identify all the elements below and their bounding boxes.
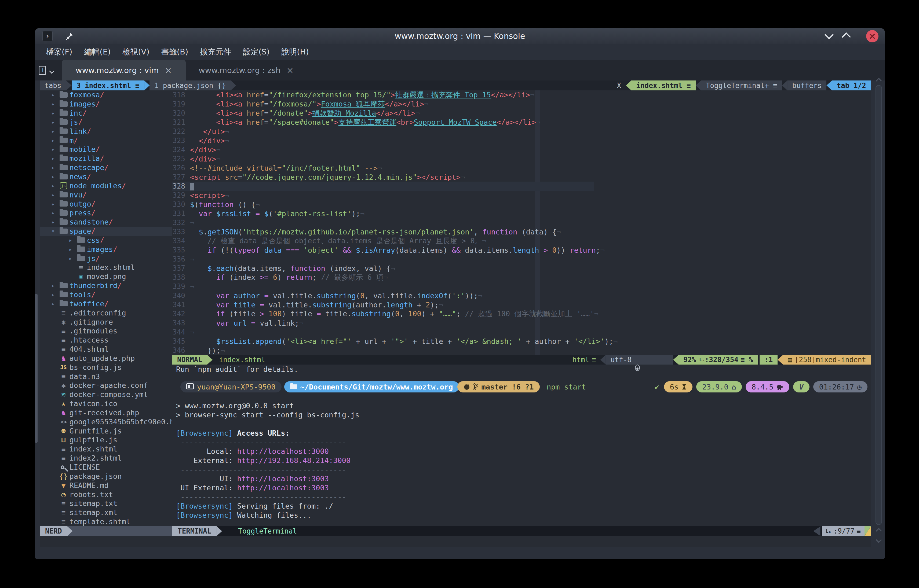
tree-item-label[interactable]: sitemap.txt [70,499,118,507]
tree-item-folder[interactable]: ▸js/ [40,118,172,127]
left-edge-scrollbar[interactable] [35,294,37,443]
terminal-output[interactable]: yuan@Yuan-XPS-9500 ~/Documents/Git/moztw… [172,365,871,525]
chevron-closed-icon[interactable]: ▸ [49,155,58,162]
new-tab-button[interactable] [39,64,62,77]
menu-item[interactable]: 書籤(B) [155,45,194,59]
tree-item-file[interactable]: <>google955345b65bfc90e0.htm [40,417,172,426]
tree-item-label[interactable]: index.shtml [70,445,118,453]
chevron-closed-icon[interactable]: ▸ [49,183,58,189]
tabline-button[interactable]: ToggleTerminal+ ≡ [701,81,782,90]
tree-item-label[interactable]: Gruntfile.js [70,427,122,435]
chevron-closed-icon[interactable]: ▸ [49,192,58,198]
chevron-closed-icon[interactable]: ▸ [49,210,58,216]
tree-item-file[interactable]: ▼README.md [40,481,172,490]
tree-item-file[interactable]: ☻Gruntfile.js [40,426,172,435]
tree-item-label[interactable]: js [87,254,96,263]
tree-item-label[interactable]: favicon.ico [70,399,118,408]
tab-close-icon[interactable]: × [286,65,294,75]
tree-item-label[interactable]: inc [70,109,83,117]
menu-item[interactable]: 說明(H) [275,45,315,59]
menu-item[interactable]: 擴充元件 [194,45,237,59]
tree-item-label[interactable]: docker-apache.conf [70,381,148,389]
tree-item-file[interactable]: ≡index2.shtml [40,454,172,463]
tab-segment[interactable]: 1 package.json {} [149,81,231,90]
session-tab[interactable]: www.moztw.org : zsh× [186,60,306,81]
session-tab[interactable]: www.moztw.org : vim× [62,60,186,81]
tree-item-label[interactable]: sandstone [70,218,109,226]
tree-item-folder[interactable]: ▸foxmosa/ [40,90,172,100]
tree-item-label[interactable]: netscape [70,163,104,172]
tree-item-label[interactable]: m [70,136,74,145]
tree-item-label[interactable]: bs-config.js [70,363,122,372]
tabline-button[interactable]: index.shtml ≡ [631,81,696,90]
tree-item-label[interactable]: google955345b65bfc90e0.htm [70,418,172,426]
tree-item-file[interactable]: ✱.gitignore [40,317,172,326]
chevron-closed-icon[interactable]: ▸ [66,237,75,244]
tree-item-folder[interactable]: ▸css/ [40,236,172,245]
tree-item-label[interactable]: .gitignore [70,318,113,326]
chevron-closed-icon[interactable]: ▸ [49,146,58,153]
chevron-closed-icon[interactable]: ▸ [49,219,58,225]
tree-item-folder[interactable]: ▸tools/ [40,290,172,299]
tree-item-folder[interactable]: ▸inc/ [40,109,172,118]
tree-item-file[interactable]: ≡data.n3 [40,372,172,381]
tree-item-label[interactable]: thunderbird [70,281,118,290]
tree-item-file[interactable]: ▣moved.png [40,272,172,281]
tree-item-folder[interactable]: ▸outgo/ [40,199,172,208]
chevron-closed-icon[interactable]: ▸ [49,164,58,171]
tree-item-folder[interactable]: ▸sandstone/ [40,218,172,227]
tree-item-label[interactable]: sitemap.xml [70,508,118,517]
tree-item-folder[interactable]: ▸mozilla/ [40,154,172,163]
tree-item-label[interactable]: auto_update.php [70,354,135,362]
code-editor[interactable]: 318 <li><a href="/firefox/extension_top_… [172,90,871,355]
tree-item-label[interactable]: news [70,173,87,181]
tree-item-label[interactable]: foxmosa [70,90,100,99]
tree-item-label[interactable]: nvu [70,191,83,199]
tree-item-label[interactable]: git-received.php [70,409,139,417]
tree-item-label[interactable]: package.json [70,472,122,480]
tree-item-label[interactable]: docker-compose.yml [70,390,148,399]
tree-item-label[interactable]: .htaccess [70,336,109,344]
tree-item-label[interactable]: .gitmodules [70,327,118,335]
tree-item-label[interactable]: template.shtml [70,517,131,526]
tree-item-label[interactable]: 404.shtml [70,345,109,353]
tree-item-file[interactable]: ⊔gulpfile.js [40,435,172,444]
scroll-up-icon[interactable] [876,78,882,84]
menu-item[interactable]: 檔案(F) [40,45,78,59]
tab-segment[interactable]: 3 index.shtml ≡ [72,81,144,90]
chevron-closed-icon[interactable]: ▸ [49,119,58,126]
chevron-closed-icon[interactable]: ▸ [49,173,58,180]
tree-item-label[interactable]: README.md [70,481,109,489]
tree-item-label[interactable]: .editorconfig [70,309,126,317]
minimize-button[interactable] [826,28,832,44]
tabline-button[interactable]: X [612,81,626,90]
tree-item-folder[interactable]: ▸news/ [40,172,172,181]
tree-item-label[interactable]: js [70,118,78,126]
tree-item-file[interactable]: ◔robots.txt [40,490,172,499]
tree-item-label[interactable]: images [87,245,113,254]
tree-item-folder[interactable]: ▸nvu/ [40,190,172,199]
tree-item-file[interactable]: ♞auto_update.php [40,354,172,363]
tree-item-folder[interactable]: ▸mobile/ [40,145,172,154]
tree-item-file[interactable]: ≡.gitmodules [40,326,172,336]
tree-item-label[interactable]: robots.txt [70,490,113,499]
scrollbar-thumb[interactable] [875,85,882,525]
close-button[interactable]: × [866,28,879,44]
chevron-closed-icon[interactable]: ▸ [49,128,58,135]
chevron-closed-icon[interactable]: ▸ [49,300,58,307]
tree-item-label[interactable]: outgo [70,200,91,208]
tree-item-file[interactable]: ≡template.shtml [40,517,172,526]
tree-item-file[interactable]: ≡sitemap.xml [40,508,172,517]
tree-item-file[interactable]: ≡404.shtml [40,345,172,354]
chevron-closed-icon[interactable]: ▸ [49,291,58,298]
tree-item-label[interactable]: index.shtml [87,263,135,271]
scrollbar[interactable] [874,79,883,549]
tree-item-folder[interactable]: ▸press/ [40,208,172,218]
tree-item-label[interactable]: LICENSE [70,463,100,471]
chevron-open-icon[interactable]: ▾ [49,228,58,234]
tab-close-icon[interactable]: × [165,65,172,75]
menu-item[interactable]: 檢視(V) [116,45,155,59]
scroll-down-icon[interactable] [876,537,882,543]
tree-item-folder[interactable]: ▸js/ [40,254,172,263]
tree-item-file[interactable]: ✱docker-apache.conf [40,381,172,390]
